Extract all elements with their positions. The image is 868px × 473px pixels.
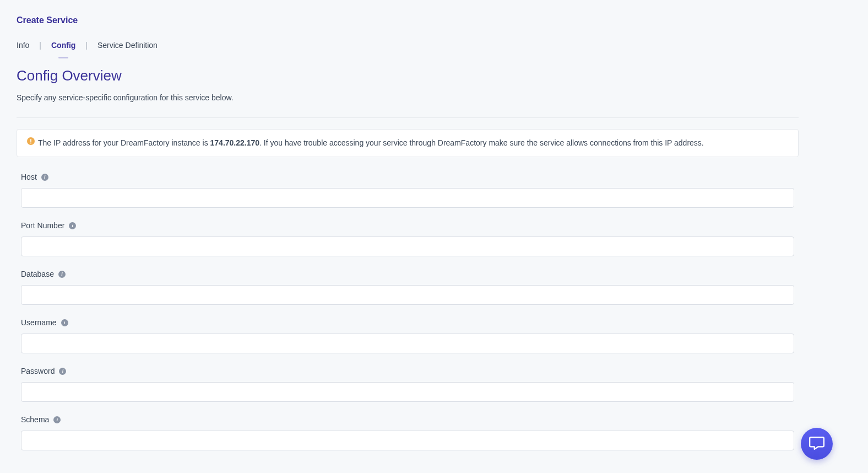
label-username: Username xyxy=(21,318,57,327)
form-group-schema: Schema i xyxy=(17,415,799,450)
chat-widget-button[interactable] xyxy=(801,428,833,460)
form-group-database: Database i xyxy=(17,270,799,305)
tab-service-definition[interactable]: Service Definition xyxy=(97,41,158,50)
tabs-row: Info | Config | Service Definition xyxy=(17,41,799,50)
warning-icon xyxy=(27,137,35,148)
label-port: Port Number xyxy=(21,221,64,230)
port-input[interactable] xyxy=(21,237,794,256)
banner-ip: 174.70.22.170 xyxy=(210,138,260,147)
page-title: Create Service xyxy=(17,15,799,25)
password-input[interactable] xyxy=(21,382,794,402)
info-icon[interactable]: i xyxy=(53,416,61,423)
svg-rect-1 xyxy=(30,139,31,142)
tab-separator: | xyxy=(85,41,88,50)
username-input[interactable] xyxy=(21,334,794,353)
divider xyxy=(17,117,799,118)
info-icon[interactable]: i xyxy=(59,368,66,375)
section-description: Specify any service-specific configurati… xyxy=(17,93,799,102)
schema-input[interactable] xyxy=(21,431,794,450)
svg-point-2 xyxy=(30,142,31,143)
form-group-port: Port Number i xyxy=(17,221,799,256)
tab-separator: | xyxy=(39,41,41,50)
database-input[interactable] xyxy=(21,285,794,305)
banner-text-pre: The IP address for your DreamFactory ins… xyxy=(38,138,210,147)
ip-info-banner: The IP address for your DreamFactory ins… xyxy=(17,129,799,157)
section-heading: Config Overview xyxy=(17,67,799,84)
info-icon[interactable]: i xyxy=(61,319,68,326)
host-input[interactable] xyxy=(21,188,794,208)
tab-info[interactable]: Info xyxy=(17,41,29,50)
label-schema: Schema xyxy=(21,415,49,424)
label-host: Host xyxy=(21,173,37,181)
banner-text: The IP address for your DreamFactory ins… xyxy=(38,137,704,149)
label-database: Database xyxy=(21,270,54,278)
chat-icon xyxy=(809,435,825,453)
form-group-password: Password i xyxy=(17,367,799,402)
info-icon[interactable]: i xyxy=(58,271,66,278)
info-icon[interactable]: i xyxy=(41,174,48,181)
form-group-host: Host i xyxy=(17,173,799,208)
info-icon[interactable]: i xyxy=(69,222,76,229)
tab-config[interactable]: Config xyxy=(51,41,75,50)
label-password: Password xyxy=(21,367,55,375)
form-group-username: Username i xyxy=(17,318,799,353)
banner-text-post: . If you have trouble accessing your ser… xyxy=(259,138,704,147)
